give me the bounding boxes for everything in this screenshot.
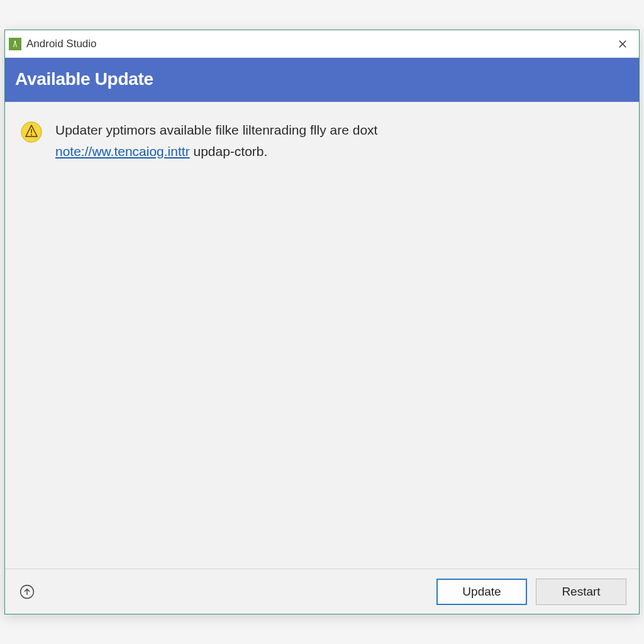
content-area: Updater yptimors available filke liltenr… [5, 102, 639, 569]
title-bar: Android Studio [5, 30, 639, 58]
android-studio-icon [9, 38, 21, 50]
message-suffix: updap-ctorb. [190, 144, 268, 158]
close-button[interactable] [610, 33, 635, 55]
svg-point-0 [14, 40, 16, 42]
close-icon [617, 38, 628, 50]
banner: Available Update [5, 58, 639, 102]
upload-circle-icon [19, 584, 35, 600]
restart-button[interactable]: Restart [536, 579, 626, 605]
message-line-1: Updater yptimors available filke liltenr… [55, 119, 377, 141]
help-button[interactable] [18, 582, 36, 601]
footer-bar: Update Restart [5, 569, 639, 614]
message-line-2: note://ww.tencaiog.inttr updap-ctorb. [55, 141, 377, 162]
message-block: Updater yptimors available filke liltenr… [55, 119, 377, 551]
dialog-window: Android Studio Available Update Updater … [4, 30, 640, 614]
release-notes-link[interactable]: note://ww.tencaiog.inttr [55, 144, 190, 158]
window-title: Android Studio [26, 38, 610, 50]
banner-title: Available Update [15, 69, 629, 89]
svg-point-3 [31, 134, 32, 135]
update-button[interactable]: Update [436, 579, 527, 605]
warning-icon [20, 121, 43, 143]
